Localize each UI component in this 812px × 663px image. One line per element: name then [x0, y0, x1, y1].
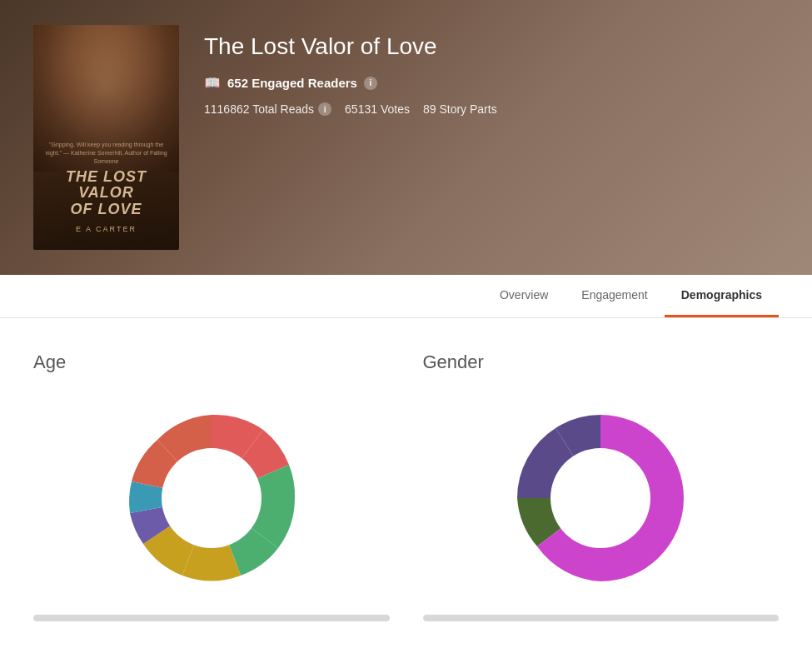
age-scroll-track[interactable] — [33, 615, 390, 621]
gender-donut-hole — [550, 448, 650, 548]
age-scroll-thumb — [33, 615, 390, 621]
book-title: The Lost Valor of Love — [204, 33, 779, 60]
gender-chart-container: Gender — [423, 351, 780, 621]
gender-scroll-thumb — [423, 615, 780, 621]
age-donut-hole — [162, 448, 262, 548]
gender-donut-wrapper — [423, 390, 780, 606]
gender-chart-title: Gender — [423, 351, 780, 373]
tab-engagement[interactable]: Engagement — [565, 275, 664, 317]
nav-tabs: Overview Engagement Demographics — [483, 275, 779, 317]
charts-row: Age — [33, 351, 779, 621]
total-reads-value: 1116862 Total Reads — [204, 102, 314, 116]
cover-quote: "Gripping. Will keep you reading through… — [33, 141, 179, 165]
age-donut-wrapper — [33, 390, 390, 606]
gender-scroll-track[interactable] — [423, 615, 780, 621]
votes-value: 65131 Votes — [345, 102, 410, 116]
engaged-readers-info-icon[interactable]: i — [364, 77, 377, 90]
header-banner: "Gripping. Will keep you reading through… — [0, 0, 812, 275]
book-icon: 📖 — [204, 75, 221, 91]
total-reads-info-icon[interactable]: i — [318, 102, 331, 116]
nav-tabs-container: Overview Engagement Demographics — [0, 275, 812, 318]
tab-overview[interactable]: Overview — [483, 275, 565, 317]
engaged-readers-label: 652 Engaged Readers — [227, 76, 357, 90]
book-cover-text-block: "Gripping. Will keep you reading through… — [33, 141, 179, 233]
age-chart-title: Age — [33, 351, 390, 373]
book-cover: "Gripping. Will keep you reading through… — [33, 25, 179, 250]
votes-stat: 65131 Votes — [345, 102, 410, 116]
age-donut-svg — [112, 398, 311, 598]
book-info: The Lost Valor of Love 📖 652 Engaged Rea… — [204, 25, 779, 116]
gender-donut-svg — [501, 398, 700, 598]
cover-main-title: THE LOST VALOR OF LOVE — [33, 169, 179, 218]
cover-author: E A CARTER — [33, 225, 179, 233]
engaged-readers-row: 📖 652 Engaged Readers i — [204, 75, 779, 91]
story-parts-stat: 89 Story Parts — [423, 102, 497, 116]
total-reads-stat: 1116862 Total Reads i — [204, 102, 331, 116]
stats-row: 1116862 Total Reads i 65131 Votes 89 Sto… — [204, 102, 779, 116]
story-parts-value: 89 Story Parts — [423, 102, 497, 116]
age-chart-container: Age — [33, 351, 390, 621]
main-content: Age — [0, 318, 812, 663]
tab-demographics[interactable]: Demographics — [665, 275, 779, 317]
